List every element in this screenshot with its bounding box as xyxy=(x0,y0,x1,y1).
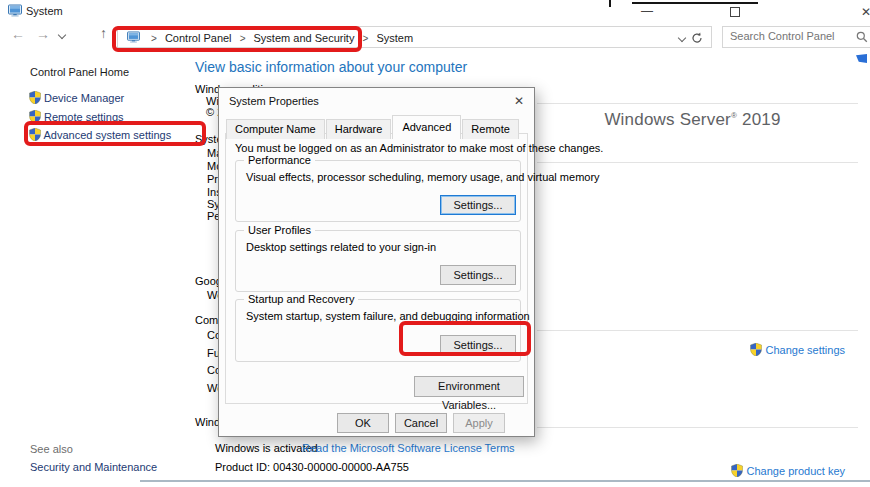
section-divider xyxy=(537,103,858,104)
performance-group: Performance Visual effects, processor sc… xyxy=(235,160,521,222)
startup-recovery-group: Startup and Recovery System startup, sys… xyxy=(235,299,521,362)
sidebar-item-device-manager[interactable]: Device Manager xyxy=(29,91,124,104)
uac-shield-icon xyxy=(29,128,41,141)
sidebar-item-label: Advanced system settings xyxy=(43,129,171,141)
tab-hardware[interactable]: Hardware xyxy=(326,119,392,139)
product-id: Product ID: 00430-00000-00000-AA755 xyxy=(215,461,409,473)
apply-button[interactable]: Apply xyxy=(453,413,505,433)
sidebar-item-advanced-system-settings[interactable]: Advanced system settings xyxy=(29,128,171,141)
address-dropdown-chevron-icon[interactable] xyxy=(678,34,686,42)
page-title: View basic information about your comput… xyxy=(195,59,467,75)
screen: System — ✕ ← → ↑ > Control Panel > Syste… xyxy=(0,0,870,487)
breadcrumb-item-control-panel[interactable]: Control Panel xyxy=(165,32,232,44)
breadcrumb-separator: > xyxy=(357,33,373,44)
uac-shield-icon xyxy=(29,91,41,104)
breadcrumb-item-system[interactable]: System xyxy=(376,32,413,44)
admin-note: You must be logged on as an Administrato… xyxy=(235,142,603,154)
dialog-close-icon[interactable]: ✕ xyxy=(514,94,524,108)
breadcrumb-separator: > xyxy=(146,33,162,44)
dialog-title: System Properties xyxy=(229,95,319,107)
change-product-key-link[interactable]: Change product key xyxy=(731,464,845,477)
cancel-button[interactable]: Cancel xyxy=(395,413,447,433)
user-profiles-legend: User Profiles xyxy=(244,224,315,236)
tab-advanced[interactable]: Advanced xyxy=(392,115,461,139)
section-divider xyxy=(537,427,858,428)
dialog-tabs: Computer Name Hardware Advanced Remote xyxy=(226,115,520,139)
user-profiles-settings-button[interactable]: Settings... xyxy=(440,265,516,285)
breadcrumb-separator: > xyxy=(235,33,251,44)
search-box[interactable] xyxy=(722,26,870,48)
sidebar-item-remote-settings[interactable]: Remote settings xyxy=(29,110,124,123)
change-settings-link[interactable]: Change settings xyxy=(750,343,845,356)
windows-server-brand: Windows Server® 2019 xyxy=(585,110,800,130)
see-also-label: See also xyxy=(30,443,73,455)
performance-settings-button[interactable]: Settings... xyxy=(440,195,516,215)
screen-edge-artifact xyxy=(609,0,611,7)
window-title: System xyxy=(26,5,63,17)
nav-history-chevron-icon[interactable] xyxy=(58,31,66,39)
uac-shield-icon xyxy=(731,464,743,477)
tab-remote[interactable]: Remote xyxy=(462,119,519,139)
environment-variables-button[interactable]: Environment Variables... xyxy=(414,376,524,397)
sidebar-home[interactable]: Control Panel Home xyxy=(30,66,129,78)
tab-computer-name[interactable]: Computer Name xyxy=(226,119,325,139)
system-window-icon xyxy=(8,4,22,17)
sidebar-item-label: Remote settings xyxy=(44,111,123,123)
sidebar-item-label: Device Manager xyxy=(44,92,124,104)
performance-description: Visual effects, processor scheduling, me… xyxy=(246,171,600,183)
performance-legend: Performance xyxy=(244,154,315,166)
startup-recovery-description: System startup, system failure, and debu… xyxy=(246,310,530,322)
search-input[interactable] xyxy=(730,30,850,42)
user-profiles-group: User Profiles Desktop settings related t… xyxy=(235,230,521,292)
search-icon[interactable] xyxy=(856,31,868,43)
up-icon[interactable]: ↑ xyxy=(100,26,107,40)
refresh-icon[interactable] xyxy=(691,32,703,44)
back-icon[interactable]: ← xyxy=(11,27,25,41)
system-properties-dialog: System Properties ✕ Computer Name Hardwa… xyxy=(218,87,535,437)
address-bar[interactable]: > Control Panel > System and Security > … xyxy=(117,26,712,48)
close-button[interactable]: ✕ xyxy=(861,5,870,19)
breadcrumb-computer-icon xyxy=(127,31,140,43)
maximize-button[interactable] xyxy=(730,7,740,17)
uac-shield-icon xyxy=(29,110,41,123)
breadcrumb: > Control Panel > System and Security > … xyxy=(146,32,413,44)
startup-recovery-settings-button[interactable]: Settings... xyxy=(440,335,516,355)
license-terms-link[interactable]: Read the Microsoft Software License Term… xyxy=(302,442,515,454)
window-bottom-divider xyxy=(140,480,870,482)
ok-button[interactable]: OK xyxy=(337,413,389,433)
minimize-button[interactable]: — xyxy=(641,4,653,18)
blue-flag-icon xyxy=(856,54,867,63)
breadcrumb-item-system-and-security[interactable]: System and Security xyxy=(254,32,355,44)
forward-icon[interactable]: → xyxy=(36,27,50,41)
advanced-tab-page: You must be logged on as an Administrato… xyxy=(225,133,528,404)
startup-recovery-legend: Startup and Recovery xyxy=(244,293,358,305)
sidebar-item-security-and-maintenance[interactable]: Security and Maintenance xyxy=(30,461,157,473)
section-divider xyxy=(537,330,858,331)
uac-shield-icon xyxy=(750,343,762,356)
section-divider xyxy=(537,162,858,163)
user-profiles-description: Desktop settings related to your sign-in xyxy=(246,241,436,253)
